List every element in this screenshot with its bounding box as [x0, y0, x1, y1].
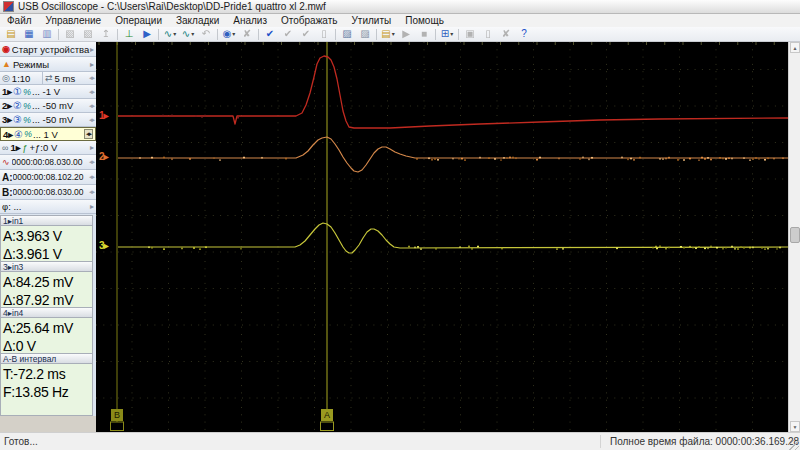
menu-help[interactable]: Помощь	[398, 15, 451, 26]
trace-3-marker[interactable]: 3▸	[99, 240, 108, 251]
mini-arrows-icon[interactable]: ◂▸	[89, 88, 94, 96]
probe-scale-control[interactable]: ◎ 1:10	[0, 72, 42, 84]
modes-label: Режимы	[13, 59, 90, 70]
check-next-button[interactable]: ✔	[297, 27, 315, 42]
scope-display[interactable]: BA 1▸ 2▸ 3▸	[96, 42, 788, 432]
undo-button[interactable]: ↶	[197, 27, 215, 42]
chart-copy-icon: ▨	[360, 29, 369, 39]
measure-ab-freq: F:13.85 Hz	[0, 384, 93, 400]
chart-view-button[interactable]: ▨	[338, 27, 356, 42]
scroll-thumb[interactable]	[790, 227, 800, 243]
measure-header-in1[interactable]: 1▸in1	[0, 215, 93, 226]
menu-bookmarks[interactable]: Закладки	[169, 15, 226, 26]
delete-mark-button[interactable]: ✘	[238, 27, 256, 42]
phase-value: φ: ...	[2, 201, 90, 212]
sidebar-bottom	[0, 416, 96, 432]
measure-header-in4[interactable]: 4▸in4	[0, 307, 93, 318]
timebase-value: 5 ms	[55, 73, 76, 84]
close-tool-button[interactable]: ✘	[497, 27, 515, 42]
scope-canvas[interactable]: BA	[96, 42, 788, 432]
save-file-button[interactable]: ▦	[20, 27, 38, 42]
vertical-measure-icon: ⊥	[125, 29, 134, 39]
scroll-up-icon[interactable]: ▲	[790, 42, 800, 53]
channel-2-num: 2▸	[2, 100, 12, 111]
channel-2-circle-icon: ②	[13, 100, 22, 111]
mini-arrows-icon[interactable]: ◂▸	[89, 173, 94, 181]
window-title: USB Oscilloscope - C:\Users\Rai\Desktop\…	[18, 1, 326, 12]
copy-page-icon: ▧	[65, 29, 74, 39]
toolbar-separator	[117, 29, 118, 40]
marker-b-row[interactable]: B: 0000:00:08.030.00 ◂▸	[0, 185, 96, 200]
chevron-right-icon: ▸	[90, 45, 94, 54]
save-fragment-button[interactable]: ▥	[38, 27, 56, 42]
menu-operations[interactable]: Операции	[108, 15, 169, 26]
doc-tool-button[interactable]: ▯	[479, 27, 497, 42]
channel-4-circle-icon: ④	[14, 129, 23, 140]
help-button[interactable]: ?	[515, 27, 533, 42]
image-tool-button[interactable]: ▣	[461, 27, 479, 42]
timebase-icon: ⇄	[45, 73, 53, 83]
play-script-button[interactable]: ▶	[397, 27, 415, 42]
modes-button[interactable]: ▲ Режимы ▸	[0, 57, 96, 72]
status-ready: Готов...	[4, 436, 38, 447]
marker-flag-button[interactable]: ▶	[138, 27, 156, 42]
open-file-button[interactable]: ▤	[2, 27, 20, 42]
search-wave-button[interactable]: ◉▾	[220, 27, 238, 42]
channel-3-row[interactable]: 3▸ ③ % ... -50 mV ◂▸	[0, 113, 96, 127]
sync-row[interactable]: ∞ 1▸ ƒ +ƒ:0 V ▸	[0, 141, 96, 155]
stop-script-icon: ■	[421, 29, 427, 39]
resize-grip[interactable]	[789, 440, 799, 450]
cursor-time-row[interactable]: ∿ 0000:00:08.030.00 ◂▸	[0, 155, 96, 170]
start-device-button[interactable]: ◉ Старт устройства ▸	[0, 42, 96, 57]
mini-arrows-icon[interactable]: ◂▸	[89, 188, 94, 196]
channel-1-row[interactable]: 1▸ ① % ... -1 V ◂▸	[0, 85, 96, 99]
play-script-icon: ▶	[402, 29, 410, 39]
open-template-button[interactable]: ▤▾	[379, 27, 397, 42]
mini-arrows-icon[interactable]: ◂▸	[84, 129, 93, 139]
chart-copy-button[interactable]: ▨	[356, 27, 374, 42]
channel-2-row[interactable]: 2▸ ② % ... -50 mV ◂▸	[0, 99, 96, 113]
open-template-icon: ▤	[381, 29, 390, 39]
trace-1-marker[interactable]: 1▸	[99, 110, 108, 121]
check-current-button[interactable]: ✔	[261, 27, 279, 42]
timebase-control[interactable]: ⇄ 5 ms ◂▸	[42, 72, 96, 84]
doc-tool-icon: ▯	[485, 29, 491, 39]
menu-file[interactable]: Файл	[0, 15, 39, 26]
image-tool-icon: ▣	[465, 29, 474, 39]
trace-2-marker[interactable]: 2▸	[99, 151, 108, 162]
toolbar-separator	[435, 29, 436, 40]
wave-zoom-in-button[interactable]: ∿▾	[161, 27, 179, 42]
menu-display[interactable]: Отображать	[274, 15, 344, 26]
mini-arrows-icon[interactable]: ◂▸	[89, 116, 94, 124]
measure-header-ab-interval[interactable]: A-B интервал	[0, 353, 93, 364]
measure-header-in3[interactable]: 3▸in3	[0, 261, 93, 272]
check-prev-button[interactable]: ✔	[279, 27, 297, 42]
phase-row[interactable]: φ: ... ▸	[0, 200, 96, 214]
title-bar: USB Oscilloscope - C:\Users\Rai\Desktop\…	[0, 0, 800, 14]
stop-script-button[interactable]: ■	[415, 27, 433, 42]
mini-arrows-icon[interactable]: ◂▸	[89, 158, 94, 166]
probe-icon: %	[23, 101, 31, 111]
paste-page-button[interactable]: ▧	[79, 27, 97, 42]
mini-arrows-icon[interactable]: ◂▸	[89, 74, 94, 82]
vertical-measure-button[interactable]: ⊥	[120, 27, 138, 42]
mini-arrows-icon[interactable]: ◂▸	[89, 102, 94, 110]
copy-page-button[interactable]: ▧	[61, 27, 79, 42]
wave-zoom-out-button[interactable]: ∿▾	[179, 27, 197, 42]
channel-4-row-selected[interactable]: 4▸ ④ % ... 1 V ◂▸	[0, 127, 96, 141]
menu-analysis[interactable]: Анализ	[226, 15, 274, 26]
display-mode-button[interactable]: ⊞▾	[438, 27, 456, 42]
report-doc-button[interactable]: ▯	[315, 27, 333, 42]
help-icon: ?	[521, 29, 527, 39]
export-page-button[interactable]: ↥	[97, 27, 115, 42]
scroll-down-icon[interactable]: ▼	[790, 421, 800, 432]
scope-vertical-scrollbar[interactable]: ▲ ▼	[788, 42, 800, 432]
cursor-a-box[interactable]	[321, 422, 334, 431]
menu-control[interactable]: Управление	[39, 15, 109, 26]
menu-utilities[interactable]: Утилиты	[345, 15, 399, 26]
cursor-b-box[interactable]	[111, 422, 124, 431]
chevron-right-icon: ▸	[90, 143, 94, 152]
trace-ch1	[118, 56, 788, 128]
marker-a-row[interactable]: A: 0000:00:08.102.20 ◂▸	[0, 170, 96, 185]
channel-2-range: ... -50 mV	[32, 100, 89, 111]
